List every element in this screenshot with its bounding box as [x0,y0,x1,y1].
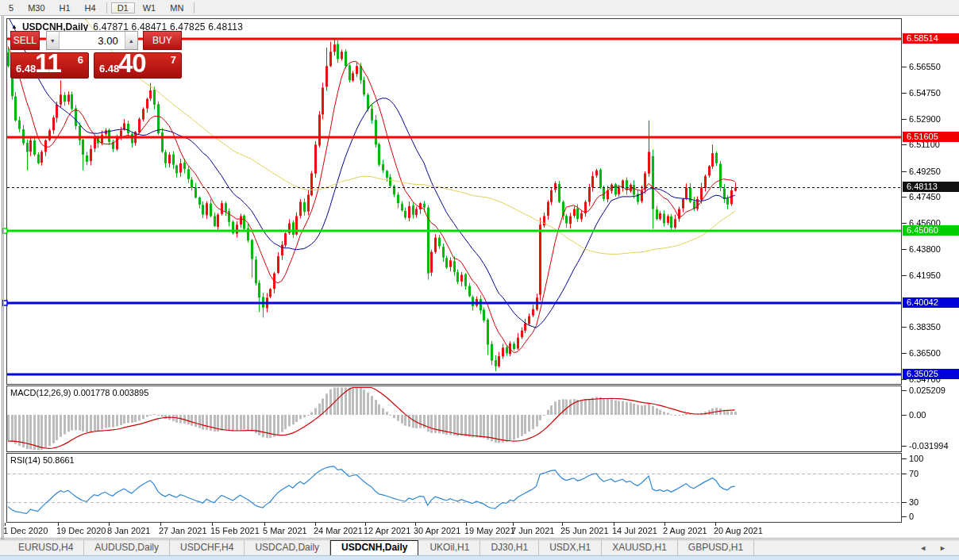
one-click-trading-panel: SELL ▼ ▲ BUY 6.48 11 6 6.48 40 7 [10,31,182,79]
sell-price-fraction: 6 [78,54,83,66]
symbol-tabbar: EURUSD,H4AUDUSD,DailyUSDCHF,H4USDCAD,Dai… [0,539,959,555]
timeframe-button-m30[interactable]: M30 [21,2,51,13]
price-tick-label: 6.41950 [909,270,941,280]
rsi-current-value: 50.8661 [43,455,75,465]
price-badge: 6.58514 [903,33,959,44]
sell-price-base: 6.48 [16,63,36,75]
date-label: 25 Jun 2021 [560,526,609,535]
buy-button[interactable]: BUY [143,31,182,50]
timeframe-button-w1[interactable]: W1 [137,2,163,13]
tab-xauusd-h1[interactable]: XAUUSD,H1 [602,540,678,555]
price-tick-label: 6.49250 [909,167,941,176]
sell-button[interactable]: SELL [10,31,40,50]
rsi-axis-label: 0 [909,512,914,521]
macd-axis-label: 0.00 [909,410,926,420]
timeframe-button-h4[interactable]: H4 [79,2,102,13]
price-tick-label: 6.56550 [909,62,941,71]
rsi-axis-label: 30 [909,497,919,507]
sell-price-button[interactable]: 6.48 11 6 [10,52,89,79]
tabbar-pad [0,540,8,555]
tab-usdchf-h4[interactable]: USDCHF,H4 [170,540,245,555]
timeframe-toolbar: 5M30H1H4D1W1MN [0,0,959,16]
timeframe-button-d1[interactable]: D1 [111,2,135,13]
macd-axis-label: -0.031994 [909,441,949,451]
date-label: 1 Dec 2020 [3,526,48,535]
tab-eurusd-h4[interactable]: EURUSD,H4 [8,540,84,555]
price-badge: 6.51605 [903,132,959,142]
volume-increase-button[interactable]: ▲ [125,32,137,49]
toolbar-separator [194,2,194,13]
price-tick-label: 6.47450 [909,192,941,201]
price-tick-label: 6.52900 [909,114,941,124]
price-tick-label: 6.38350 [909,322,941,332]
price-badge: 6.48113 [903,182,959,192]
tab-scroll-arrows: ◄► [919,540,959,555]
date-label: 5 Mar 2021 [263,526,307,535]
price-badge: 6.35025 [903,369,959,379]
macd-name: MACD(12,26,9) [10,388,71,397]
macd-axis-label: 0.025209 [909,385,946,395]
window-border-left-inner [3,16,4,539]
date-label: 15 Feb 2021 [210,526,260,535]
tab-scroll-left-icon[interactable]: ◄ [919,544,926,552]
tab-usdcad-daily[interactable]: USDCAD,Daily [245,540,330,555]
price-tick-label: 6.43800 [909,244,941,254]
rsi-axis-label: 70 [909,469,919,478]
statusbar-strip [0,555,959,560]
price-badge: 6.40042 [903,297,959,308]
timeframe-button-h1[interactable]: H1 [53,2,77,13]
tab-gbpusd-h1[interactable]: GBPUSD,H1 [678,540,754,555]
date-label: 12 Apr 2021 [364,526,410,535]
tab-ukoil-h1[interactable]: UKOil,H1 [419,540,480,555]
volume-decrease-button[interactable]: ▼ [47,32,60,49]
date-label: 19 Dec 2020 [56,526,106,535]
macd-label: MACD(12,26,9) 0.001778 0.003895 [10,388,148,397]
date-label: 20 Aug 2021 [714,526,763,535]
date-label: 7 Jun 2021 [511,526,554,535]
tab-dj30-h1[interactable]: DJ30,H1 [480,540,539,555]
price-tick-label: 6.36500 [909,348,941,358]
collapse-panel-icon[interactable]: ▲ [11,23,17,30]
rsi-axis-label: 100 [909,454,923,463]
date-label: 14 Jul 2021 [612,526,657,535]
date-label: 19 May 2021 [464,526,515,535]
volume-input[interactable] [60,32,125,49]
buy-price-button[interactable]: 6.48 40 7 [94,52,182,79]
date-label: 27 Jan 2021 [159,526,207,535]
rsi-name: RSI(14) [10,455,40,465]
sell-price-pips: 11 [35,48,61,79]
tab-usdcnh-daily[interactable]: USDCNH,Daily [330,540,418,555]
macd-current-values: 0.001778 0.003895 [73,388,148,397]
date-label: 30 Apr 2021 [414,526,460,535]
timeframe-button-mn[interactable]: MN [164,2,190,13]
rsi-label: RSI(14) 50.8661 [10,455,75,465]
timeframe-button-5[interactable]: 5 [2,2,20,13]
date-label: 8 Jan 2021 [107,526,150,535]
date-label: 2 Aug 2021 [663,526,707,535]
tab-usdx-h1[interactable]: USDX,H1 [539,540,602,555]
buy-price-fraction: 7 [171,54,176,66]
tab-scroll-right-icon[interactable]: ► [939,544,946,552]
toolbar-separator [106,2,107,13]
buy-price-base: 6.48 [99,63,119,75]
buy-price-pips: 40 [118,48,146,79]
tab-audusd-daily[interactable]: AUDUSD,Daily [84,540,170,555]
price-tick-label: 6.54750 [909,88,941,98]
volume-stepper: ▼ ▲ [46,31,138,50]
date-label: 24 Mar 2021 [314,526,363,535]
price-chart-canvas[interactable] [0,0,959,560]
price-badge: 6.45060 [903,225,959,236]
window-border-left [2,16,2,539]
